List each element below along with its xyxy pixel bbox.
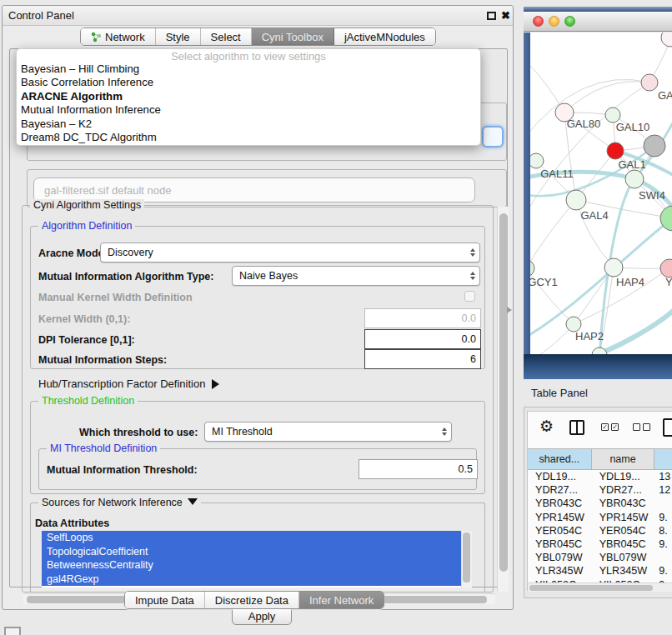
network-node-label: GAL80: [567, 118, 600, 130]
float-window-icon[interactable]: [487, 12, 496, 20]
tab-cyni-toolbox[interactable]: Cyni Toolbox: [252, 28, 334, 45]
chevron-down-icon: [188, 498, 198, 505]
mi-algorithm-type-label: Mutual Information Algorithm Type:: [38, 271, 213, 282]
mi-threshold-definition-title: MI Threshold Definition: [47, 442, 160, 454]
algorithm-option[interactable]: Basic Correlation Inference: [17, 76, 480, 89]
network-node-label: GAL10: [616, 121, 649, 133]
settings-vertical-scrollbar[interactable]: [497, 207, 509, 592]
network-node-gcy1[interactable]: [530, 260, 534, 277]
network-node-swi4[interactable]: [625, 170, 644, 188]
network-node-hap4[interactable]: [604, 258, 623, 277]
combo-stepper-icon: [470, 272, 475, 280]
network-edge[interactable]: [530, 82, 649, 220]
network-edge[interactable]: [530, 200, 576, 268]
control-panel-titlebar[interactable]: Control Panel ✖: [3, 6, 513, 26]
table-cell: YBR045C: [528, 538, 592, 551]
tab-network[interactable]: Network: [81, 28, 156, 45]
aracne-mode-combo[interactable]: Discovery: [100, 242, 480, 262]
network-edge[interactable]: [564, 82, 649, 112]
table-cell: YBR043C: [528, 497, 592, 510]
tab-label: Discretize Data: [215, 594, 288, 607]
table-row[interactable]: YER054CYER054C8.: [528, 524, 672, 538]
close-traffic-light-icon[interactable]: [533, 16, 544, 27]
network-node-gal4[interactable]: [566, 190, 586, 210]
data-attribute-item[interactable]: gal4RGexp: [42, 572, 472, 587]
split-pane-collapse-icon[interactable]: [507, 307, 512, 313]
select-all-columns-icon[interactable]: ✓✓: [601, 423, 619, 431]
kernel-width-field[interactable]: 0.0: [364, 308, 481, 328]
mi-threshold-label: Mutual Information Threshold:: [47, 464, 198, 476]
table-row[interactable]: YDL19...YDL19...13: [528, 470, 672, 483]
network-node-label: Y: [665, 276, 672, 288]
network-node-y[interactable]: [660, 259, 672, 278]
focused-combo-fragment[interactable]: [482, 126, 504, 148]
network-graph[interactable]: GAL7GAL80GAL10GAL1SWI4GAL11GAL4GCY1HAP4Y…: [530, 32, 672, 354]
network-node[interactable]: [661, 32, 672, 47]
data-attributes-list[interactable]: SelfLoopsTopologicalCoefficientBetweenne…: [42, 531, 472, 588]
hub-definition-label: Hub/Transcription Factor Definition: [38, 378, 205, 390]
zoom-traffic-light-icon[interactable]: [564, 16, 575, 27]
algorithm-option[interactable]: Mutual Information Inference: [17, 103, 480, 117]
docked-panel-icon[interactable]: [4, 627, 21, 635]
tab-style[interactable]: Style: [156, 28, 201, 45]
network-window-titlebar[interactable]: [524, 12, 672, 32]
algorithm-dropdown-popup: Select algorithm to view settings Bayesi…: [16, 48, 481, 146]
table-row[interactable]: YPR145WYPR145W9.: [528, 511, 672, 524]
hub-definition-toggle[interactable]: Hub/Transcription Factor Definition: [38, 378, 219, 390]
network-node-gal1[interactable]: [607, 142, 624, 159]
table-cell: 13: [654, 470, 672, 483]
gear-icon[interactable]: ⚙: [539, 417, 554, 436]
table-column-header[interactable]: name: [592, 449, 655, 469]
tab-jactivemnodules[interactable]: jActiveMNodules: [334, 28, 435, 45]
algorithm-option[interactable]: Bayesian – K2: [17, 118, 480, 131]
manual-kernel-width-checkbox[interactable]: [464, 291, 475, 302]
table-row[interactable]: YBL079WYBL079W: [528, 551, 672, 564]
table-cell: 8.: [654, 524, 672, 538]
sources-group-title[interactable]: Sources for Network Inference: [38, 497, 201, 508]
table-row[interactable]: YLR345WYLR345W9.: [528, 564, 672, 578]
algorithm-option[interactable]: ARACNE Algorithm: [17, 90, 480, 103]
network-node[interactable]: [592, 348, 607, 354]
table-row[interactable]: YDR27...YDR27...12: [528, 483, 672, 497]
table-row[interactable]: YBR043CYBR043C: [528, 497, 672, 510]
data-attribute-item[interactable]: TopologicalCoefficient: [42, 545, 472, 559]
bottom-tab-impute-data[interactable]: Impute Data: [125, 592, 205, 608]
table-column-header[interactable]: shared...: [528, 449, 592, 469]
mi-threshold-field[interactable]: 0.5: [359, 459, 478, 479]
tab-select[interactable]: Select: [201, 28, 252, 45]
kernel-width-value: 0.0: [462, 312, 476, 324]
which-threshold-value: MI Threshold: [212, 426, 273, 438]
control-panel-window: Control Panel ✖ NetworkStyleSelectCyni T…: [2, 5, 514, 610]
chevron-right-icon: [212, 379, 219, 389]
table-horizontal-scrollbar[interactable]: [528, 582, 672, 592]
data-attribute-item[interactable]: BetweennessCentrality: [42, 558, 472, 572]
bottom-tab-infer-network[interactable]: Infer Network: [299, 592, 384, 608]
which-threshold-combo[interactable]: MI Threshold: [204, 422, 452, 442]
table-cell: YBR045C: [592, 538, 655, 551]
table-mode-icon[interactable]: [663, 418, 672, 437]
data-attribute-item[interactable]: SelfLoops: [42, 531, 472, 545]
mi-steps-field[interactable]: 6: [364, 349, 481, 369]
table-row[interactable]: YBR045CYBR045C9.: [528, 538, 672, 551]
dpi-tolerance-value: 0.0: [462, 333, 476, 345]
split-view-icon[interactable]: [569, 420, 584, 435]
table-cell: YPR145W: [592, 511, 655, 524]
bottom-tab-discretize-data[interactable]: Discretize Data: [205, 592, 299, 608]
combo-stepper-icon: [470, 248, 475, 257]
algorithm-option[interactable]: Bayesian – Hill Climbing: [17, 62, 480, 76]
close-icon[interactable]: ✖: [501, 8, 510, 23]
dpi-tolerance-field[interactable]: 0.0: [364, 329, 481, 349]
network-canvas[interactable]: GAL7GAL80GAL10GAL1SWI4GAL11GAL4GCY1HAP4Y…: [530, 32, 672, 354]
network-node-gal7[interactable]: [641, 74, 658, 91]
minimize-traffic-light-icon[interactable]: [549, 16, 559, 27]
deselect-all-columns-icon[interactable]: [633, 423, 650, 431]
table-header-row[interactable]: shared...name: [528, 448, 672, 470]
table-column-header[interactable]: [654, 449, 672, 469]
network-node-gal11[interactable]: [530, 153, 544, 168]
network-node[interactable]: [644, 135, 665, 157]
apply-button[interactable]: Apply: [232, 607, 292, 625]
table-cell: YER054C: [528, 524, 592, 538]
mi-algorithm-type-combo[interactable]: Naive Bayes: [232, 266, 480, 286]
attributes-list-scrollbar[interactable]: [461, 531, 472, 588]
algorithm-option[interactable]: Dream8 DC_TDC Algorithm: [17, 131, 480, 144]
